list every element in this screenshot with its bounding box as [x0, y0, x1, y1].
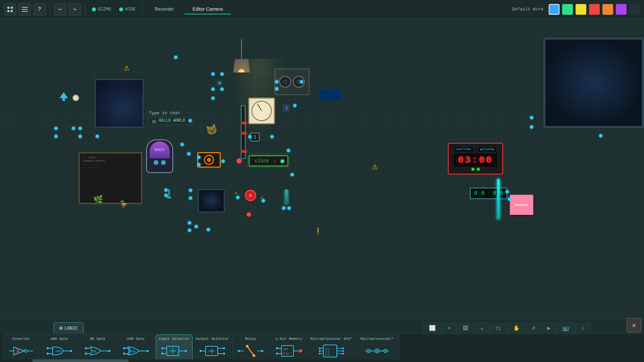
component-microprocessor[interactable]: Microprocessor*	[355, 335, 399, 361]
output-selector-preview	[199, 344, 226, 358]
tab-image[interactable]: 🖼	[457, 323, 474, 334]
seg-node-1	[505, 190, 509, 193]
video-screen	[198, 189, 225, 213]
wire-node-4	[54, 135, 58, 138]
editor-camera-btn[interactable]: Editor Camera	[184, 4, 231, 14]
wire-node-2	[78, 127, 82, 130]
component-1bit-memory[interactable]: 1-bit Memory SET RESET	[270, 335, 307, 361]
wire-color-red[interactable]	[589, 4, 600, 15]
bomb-dot-2	[477, 168, 480, 171]
seg-node-2	[508, 197, 511, 201]
svg-point-114	[385, 350, 386, 352]
component-input-selector[interactable]: Input Selector	[156, 335, 193, 361]
bomb-node-1	[287, 149, 290, 152]
svg-rect-0	[7, 7, 9, 9]
blackboard: ~~~ notes ~~~ [diagram sketch] .........…	[78, 152, 142, 204]
jukebox-body: MUSIC	[146, 139, 173, 173]
cn-5	[211, 97, 215, 100]
microprocessor-3x3-preview: S/Z Y/S Z/S	[318, 344, 345, 358]
seg-digit-3: 0	[491, 189, 497, 198]
lamp-shade	[233, 59, 250, 72]
output-selector-label: Output Selector	[196, 337, 229, 341]
redo-btn[interactable]: ↪	[69, 3, 81, 15]
wire-color-green[interactable]	[562, 4, 573, 15]
svg-text:Z/S: Z/S	[325, 353, 330, 356]
help-icon-btn[interactable]: ?	[34, 3, 46, 15]
svg-text:S/Z: S/Z	[325, 348, 330, 351]
svg-point-56	[147, 350, 149, 352]
tab-hand[interactable]: ✋	[507, 322, 526, 334]
bot-node-2	[188, 229, 191, 232]
svg-point-49	[108, 350, 110, 352]
wire-color-orange[interactable]	[602, 4, 613, 15]
inverter-preview	[8, 344, 35, 358]
wire-color-dark[interactable]	[629, 4, 640, 15]
scrollbar-thumb[interactable]	[32, 359, 129, 362]
sticky-text: REMEMBER	[515, 203, 528, 206]
wire-color-blue[interactable]	[549, 4, 559, 15]
svg-text:XOR: XOR	[130, 350, 136, 353]
close-icon: ✕	[632, 321, 636, 329]
microprocessor-3x3-label: Microprocessor 3X3*	[310, 337, 352, 341]
svg-point-106	[342, 350, 344, 352]
tab-video[interactable]: ▶	[542, 322, 556, 334]
grid-icon-btn[interactable]	[4, 3, 16, 15]
svg-rect-5	[22, 9, 28, 10]
component-and-gate[interactable]: AND Gate AND	[41, 335, 78, 361]
divider-2	[85, 4, 85, 15]
click-button[interactable]: click →	[249, 156, 288, 166]
tape-deck	[274, 68, 310, 95]
wire-color-purple[interactable]	[616, 4, 627, 15]
lamp-bulb	[238, 69, 245, 76]
menu-icon-btn[interactable]	[19, 3, 31, 15]
svg-point-81	[261, 350, 263, 352]
wire-color-yellow[interactable]	[576, 4, 586, 15]
tab-logic[interactable]: ⚙ LOGIC	[54, 322, 84, 334]
duck: 🦆	[119, 200, 128, 208]
component-microprocessor-3x3[interactable]: Microprocessor 3X3* S/Z Y/S Z/S	[309, 335, 354, 361]
jukebox-btn-2[interactable]	[161, 160, 166, 165]
svg-point-45	[85, 347, 87, 349]
chat-box: Type in chat 📺 HELLO WORLD	[146, 109, 196, 126]
svg-text:AND: AND	[55, 350, 61, 353]
gizmo-toggle[interactable]: GIZMO	[89, 5, 114, 13]
wire-node-1	[54, 127, 58, 130]
tab-misc[interactable]: ☕	[475, 322, 489, 334]
tab-text[interactable]: Tt	[490, 324, 507, 334]
recenter-btn[interactable]: Recenter	[147, 4, 182, 14]
bomb-timer: ●ACTIVE● ▲DISARM▲ 03:00	[448, 143, 503, 175]
bottom-scrollbar[interactable]	[0, 359, 644, 362]
lamp-cord	[241, 39, 242, 59]
vertical-slider[interactable]	[241, 105, 246, 159]
jukebox-node-1	[180, 143, 184, 146]
x-node-1	[236, 196, 239, 199]
component-inverter[interactable]: Inverter	[3, 335, 40, 361]
component-output-selector[interactable]: Output Selector	[194, 335, 231, 361]
lever-switch[interactable]	[167, 189, 171, 198]
relay-node-r	[287, 206, 291, 210]
component-xor-gate[interactable]: XOR Gate XOR	[117, 335, 154, 361]
svg-rect-3	[11, 10, 13, 12]
component-or-gate[interactable]: OR Gate OR	[79, 335, 116, 361]
component-relay[interactable]: Relay	[232, 335, 269, 361]
tab-cursor[interactable]: ⌖	[442, 323, 457, 334]
svg-point-52	[123, 347, 125, 349]
hide-toggle[interactable]: HIDE	[116, 5, 138, 13]
jukebox-btn-1[interactable]	[154, 160, 158, 165]
tab-music[interactable]: ♪	[576, 323, 590, 334]
close-button[interactable]: ✕	[627, 318, 641, 333]
svg-rect-2	[7, 10, 9, 12]
tab-screen[interactable]: 📺	[557, 322, 575, 334]
microprocessor-label: Microprocessor*	[361, 337, 394, 341]
tab-display[interactable]: ⬜	[423, 322, 441, 334]
undo-btn[interactable]: ↩	[54, 3, 66, 15]
tab-number[interactable]: #	[526, 323, 541, 334]
error-x-button[interactable]: ✕	[245, 190, 256, 201]
svg-point-42	[70, 350, 72, 352]
ob-node-3	[221, 160, 225, 163]
bot-node-4	[207, 228, 210, 231]
svg-marker-31	[14, 347, 24, 355]
canvas-area[interactable]: ⚠ ⚠ ✳ Type in chat	[0, 19, 644, 318]
bot-node-1	[188, 221, 191, 225]
jukebox-label: MUSIC	[155, 148, 165, 152]
